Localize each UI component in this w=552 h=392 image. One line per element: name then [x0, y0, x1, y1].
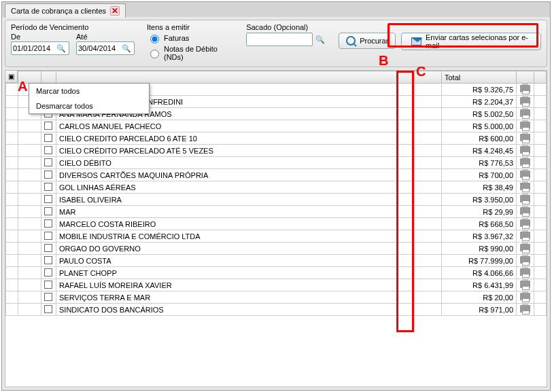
date-to[interactable]: 🔍 [76, 41, 135, 55]
printer-icon[interactable] [520, 305, 530, 313]
row-indicator[interactable] [18, 218, 41, 230]
row-indicator[interactable] [18, 243, 41, 255]
row-print-cell[interactable] [517, 84, 534, 96]
row-checkbox-cell[interactable] [41, 304, 56, 316]
row-checkbox-cell[interactable] [41, 243, 56, 255]
checkbox[interactable] [44, 244, 52, 252]
checkbox[interactable] [44, 219, 52, 228]
row-print-cell[interactable] [517, 267, 534, 279]
printer-icon[interactable] [520, 293, 530, 300]
row-handle[interactable] [6, 230, 18, 243]
checkbox[interactable] [44, 134, 52, 142]
radio-faturas[interactable]: Faturas [147, 33, 234, 43]
row-print-cell[interactable] [517, 291, 534, 304]
row-checkbox-cell[interactable] [41, 255, 56, 267]
checkbox[interactable] [44, 305, 52, 313]
row-checkbox-cell[interactable] [41, 291, 56, 304]
row-handle[interactable] [6, 218, 18, 230]
row-handle[interactable] [6, 194, 18, 206]
row-print-cell[interactable] [517, 181, 534, 194]
col-check-header[interactable] [41, 71, 56, 84]
row-print-cell[interactable] [517, 169, 534, 181]
row-indicator[interactable] [18, 145, 41, 157]
row-print-cell[interactable] [517, 218, 534, 230]
row-handle[interactable] [6, 108, 18, 120]
printer-icon[interactable] [520, 134, 530, 141]
row-checkbox-cell[interactable] [41, 120, 56, 132]
row-checkbox-cell[interactable] [41, 169, 56, 181]
date-from[interactable]: 🔍 [11, 41, 69, 55]
row-checkbox-cell[interactable] [41, 218, 56, 230]
row-handle[interactable] [6, 279, 18, 291]
row-handle[interactable] [6, 132, 18, 145]
row-checkbox-cell[interactable] [41, 267, 56, 279]
sacado-input[interactable] [246, 33, 313, 46]
table-row[interactable]: CIELO DÉBITOR$ 776,53 [6, 157, 547, 169]
row-print-cell[interactable] [517, 279, 534, 291]
table-row[interactable]: MOBILE INDUSTRIA E COMÉRCIO LTDAR$ 3.967… [6, 230, 547, 243]
row-handle[interactable] [6, 169, 18, 181]
printer-icon[interactable] [520, 268, 530, 276]
table-row[interactable]: ORGAO DO GOVERNOR$ 990,00 [6, 243, 547, 255]
col-print-header[interactable] [517, 71, 534, 84]
table-row[interactable]: SINDICATO DOS BANCÁRIOSR$ 971,00 [6, 304, 547, 316]
checkbox[interactable] [44, 281, 52, 289]
row-print-cell[interactable] [517, 304, 534, 316]
printer-icon[interactable] [520, 85, 530, 92]
radio-nds-input[interactable] [150, 50, 159, 58]
row-checkbox-cell[interactable] [41, 206, 56, 218]
row-handle[interactable] [6, 181, 18, 194]
printer-icon[interactable] [520, 232, 530, 239]
printer-icon[interactable] [520, 183, 530, 190]
date-to-input[interactable] [77, 44, 120, 52]
checkbox[interactable] [44, 268, 52, 277]
row-print-cell[interactable] [517, 96, 534, 108]
printer-icon[interactable] [520, 256, 530, 264]
lookup-icon[interactable]: 🔍 [314, 33, 326, 46]
row-print-cell[interactable] [517, 108, 534, 120]
printer-icon[interactable] [520, 158, 530, 166]
table-row[interactable]: ISABEL OLIVEIRAR$ 3.950,00 [6, 194, 547, 206]
date-from-input[interactable] [12, 44, 55, 52]
checkbox[interactable] [44, 122, 52, 130]
row-handle[interactable] [6, 84, 18, 96]
calendar-icon[interactable]: 🔍 [120, 42, 133, 54]
table-row[interactable]: MARR$ 29,99 [6, 206, 547, 218]
row-indicator[interactable] [18, 279, 41, 291]
row-print-cell[interactable] [517, 255, 534, 267]
table-row[interactable]: MARCELO COSTA RIBEIROR$ 668,50 [6, 218, 547, 230]
table-row[interactable]: CIELO CREDITO PARCELADO 6 ATE 10R$ 600,0… [6, 132, 547, 145]
printer-icon[interactable] [520, 195, 530, 202]
table-row[interactable]: CARLOS MANUEL PACHECOR$ 5.000,00 [6, 120, 547, 132]
row-indicator[interactable] [18, 181, 41, 194]
checkbox[interactable] [44, 183, 52, 191]
row-print-cell[interactable] [517, 230, 534, 243]
row-handle[interactable] [6, 206, 18, 218]
row-print-cell[interactable] [517, 206, 534, 218]
row-handle[interactable] [6, 120, 18, 132]
row-handle[interactable] [6, 267, 18, 279]
row-handle[interactable] [6, 145, 18, 157]
row-handle[interactable] [6, 304, 18, 316]
checkbox[interactable] [44, 256, 52, 264]
printer-icon[interactable] [520, 244, 530, 251]
row-indicator[interactable] [18, 255, 41, 267]
row-indicator[interactable] [18, 304, 41, 316]
radio-faturas-input[interactable] [150, 35, 159, 43]
checkbox[interactable] [44, 195, 52, 203]
row-checkbox-cell[interactable] [41, 145, 56, 157]
row-indicator[interactable] [18, 230, 41, 243]
checkbox[interactable] [44, 232, 52, 240]
close-icon[interactable]: ✕ [110, 6, 120, 16]
printer-icon[interactable] [520, 171, 530, 178]
row-indicator[interactable] [18, 120, 41, 132]
row-handle[interactable] [6, 157, 18, 169]
row-print-cell[interactable] [517, 157, 534, 169]
printer-icon[interactable] [520, 281, 530, 288]
select-all-toggle[interactable]: ▣ [5, 71, 18, 83]
row-indicator[interactable] [18, 291, 41, 304]
row-print-cell[interactable] [517, 132, 534, 145]
row-handle[interactable] [6, 96, 18, 108]
row-handle[interactable] [6, 291, 18, 304]
row-checkbox-cell[interactable] [41, 194, 56, 206]
